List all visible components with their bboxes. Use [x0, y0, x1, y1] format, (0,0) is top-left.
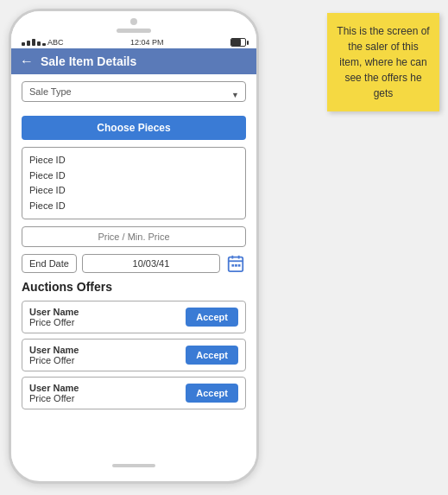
offer-info-1: User Name Price Offer [29, 307, 79, 327]
phone-shell: ABC 12:04 PM ← Sale Item Details Sale Ty… [9, 9, 259, 484]
time-label: 12:04 PM [130, 38, 164, 47]
offer-username-1: User Name [29, 307, 79, 317]
battery-fill [231, 39, 241, 46]
signal-dot-3 [32, 39, 35, 46]
sticky-note: This is the screen of the saler of this … [327, 13, 439, 111]
accept-button-3[interactable]: Accept [186, 384, 238, 403]
svg-rect-0 [229, 257, 243, 272]
piece-item-2: Piece ID [29, 168, 238, 184]
battery-icon [230, 38, 246, 47]
offer-info-2: User Name Price Offer [29, 345, 79, 365]
screen-content: Sale Type Choose Pieces Piece ID Piece I… [11, 74, 256, 466]
offer-price-1: Price Offer [29, 317, 79, 327]
piece-list-box: Piece ID Piece ID Piece ID Piece ID [22, 147, 246, 219]
choose-pieces-button[interactable]: Choose Pieces [22, 116, 246, 140]
page-title: Sale Item Details [41, 54, 136, 68]
svg-rect-4 [231, 264, 234, 267]
accept-button-1[interactable]: Accept [186, 308, 238, 327]
offer-row-3: User Name Price Offer Accept [22, 377, 246, 409]
offer-price-3: Price Offer [29, 393, 79, 403]
signal-dot-4 [37, 41, 41, 46]
svg-rect-6 [238, 264, 241, 267]
piece-item-1: Piece ID [29, 153, 238, 168]
offer-price-2: Price Offer [29, 355, 79, 365]
end-date-row: End Date [22, 254, 246, 273]
signal-dot-2 [27, 41, 30, 46]
signal-dot-5 [42, 43, 46, 46]
carrier-label: ABC [47, 38, 64, 47]
offer-row-1: User Name Price Offer Accept [22, 301, 246, 333]
calendar-icon[interactable] [225, 254, 246, 273]
app-header: ← Sale Item Details [11, 48, 256, 74]
phone-home-bar [112, 464, 155, 467]
auctions-offers-title: Auctions Offers [22, 280, 246, 294]
end-date-label: End Date [22, 254, 77, 273]
sticky-note-text: This is the screen of the saler of this … [337, 25, 429, 99]
offer-row-2: User Name Price Offer Accept [22, 339, 246, 371]
phone-speaker [117, 29, 151, 33]
offer-info-3: User Name Price Offer [29, 383, 79, 403]
accept-button-2[interactable]: Accept [186, 346, 238, 365]
sale-type-wrapper[interactable]: Sale Type [22, 81, 246, 109]
offer-username-2: User Name [29, 345, 79, 355]
end-date-input[interactable] [82, 254, 220, 273]
piece-item-3: Piece ID [29, 183, 238, 199]
signal-dot-1 [22, 42, 25, 46]
piece-item-4: Piece ID [29, 199, 238, 214]
price-input[interactable] [22, 226, 246, 247]
sale-type-select[interactable]: Sale Type [22, 81, 246, 102]
status-left: ABC [22, 38, 64, 47]
phone-camera [130, 18, 137, 25]
offer-username-3: User Name [29, 383, 79, 393]
status-bar: ABC 12:04 PM [11, 36, 256, 48]
signal-dots [22, 39, 46, 46]
svg-rect-5 [235, 264, 237, 267]
back-button[interactable]: ← [20, 54, 34, 69]
phone-top [11, 11, 256, 36]
